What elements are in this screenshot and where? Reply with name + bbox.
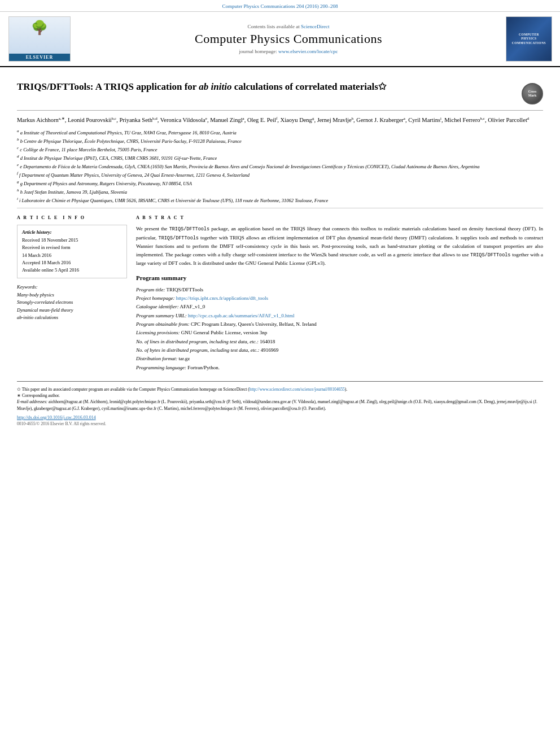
affiliation-g: g g Department of Physics and Astronomy,…	[17, 179, 543, 187]
elsevier-tree-icon: 🌳	[31, 20, 48, 36]
article-body: TRIQS/DFTTools: A TRIQS application for …	[0, 67, 560, 432]
keywords-label: Keywords:	[17, 284, 127, 290]
star-footnote: ✩ This paper and its associated computer…	[17, 386, 543, 392]
article-title-section: TRIQS/DFTTools: A TRIQS application for …	[17, 73, 543, 111]
prog-obtainable-line: Program obtainable from: CPC Program Lib…	[136, 320, 543, 329]
sciencedirect-link[interactable]: ScienceDirect	[301, 24, 329, 29]
affiliation-f: f f Department of Quantum Matter Physics…	[17, 171, 543, 179]
keyword-4: ab-initio calculations	[17, 314, 127, 321]
prog-homepage-line: Project homepage: https://triqs.ipht.cnr…	[136, 294, 543, 303]
program-summary-url-link[interactable]: http://cpc.cs.qub.ac.uk/summaries/AFAF_v…	[188, 313, 295, 318]
affiliation-e: e e Departamento de Física de la Materia…	[17, 162, 543, 171]
elsevier-logo: 🌳 ELSEVIER	[8, 16, 71, 62]
accepted-line: Accepted 18 March 2016	[22, 259, 122, 267]
affiliation-a: a a Institute of Theoretical and Computa…	[17, 128, 543, 137]
journal-homepage: journal homepage: www.elsevier.com/locat…	[239, 49, 338, 54]
title-star: ✩	[378, 81, 386, 92]
keyword-3: Dynamical mean-field theory	[17, 307, 127, 314]
program-summary-title: Program summary	[136, 274, 543, 281]
corresp-footnote: ∗ Corresponding author.	[17, 392, 543, 399]
received-revised-label: Received in revised form	[22, 244, 122, 251]
email-footnote: E-mail addresses: aichhorn@tugraz.at (M.…	[17, 399, 543, 412]
revised-date: 14 March 2016	[22, 252, 122, 259]
project-homepage-link[interactable]: https://triqs.ipht.cnrs.fr/applications/…	[176, 295, 268, 301]
cpc-logo-text: COMPUTERPHYSICSCOMMUNICATIONS	[512, 33, 546, 45]
article-info-header: A R T I C L E I N F O	[17, 215, 127, 220]
right-column: A B S T R A C T We present the TRIQS/DFT…	[136, 215, 543, 372]
journal-citation-text: Computer Physics Communications 204 (201…	[222, 3, 338, 9]
abstract-text: We present the TRIQS/DFTTools package, a…	[136, 225, 543, 268]
prog-bytes-count: No. of bytes in distributed program, inc…	[136, 346, 543, 355]
title-italic: ab initio	[199, 81, 231, 92]
keyword-2: Strongly-correlated electrons	[17, 299, 127, 306]
elsevier-label: ELSEVIER	[9, 54, 70, 61]
journal-homepage-link[interactable]: www.elsevier.com/locate/cpc	[278, 49, 338, 54]
doi-link[interactable]: http://dx.doi.org/10.1016/j.cpc.2016.03.…	[17, 415, 543, 420]
article-history-label: Article history:	[22, 229, 122, 235]
article-title-container: TRIQS/DFTTools: A TRIQS application for …	[17, 81, 516, 94]
authors-list: Markus Aichhorna,∗, Leonid Pourovskiib,c…	[17, 115, 543, 125]
journal-citation: Computer Physics Communications 204 (201…	[0, 0, 560, 12]
journal-header: 🌳 ELSEVIER Contents lists available at S…	[0, 12, 560, 67]
sciencedirect-paper-link[interactable]: http://www.sciencedirect.com/science/jou…	[250, 387, 345, 392]
title-part2: calculations of correlated materials	[231, 81, 378, 92]
copyright-text: 0010-4655/© 2016 Elsevier B.V. All right…	[17, 421, 543, 426]
affiliation-h: h h Jozef Stefan Institute, Jamova 39, L…	[17, 187, 543, 196]
article-history-box: Article history: Received 18 November 20…	[17, 225, 127, 278]
elsevier-logo-container: 🌳 ELSEVIER	[6, 16, 73, 62]
left-column: A R T I C L E I N F O Article history: R…	[17, 215, 127, 372]
crossmark-icon: CrossMark	[522, 83, 543, 104]
program-summary: Program summary Program title: TRIQS/DFT…	[136, 274, 543, 372]
affiliation-i: i i Laboratoire de Chimie et Physique Qu…	[17, 196, 543, 204]
prog-distribution-format: Distribution format: tar.gz	[136, 355, 543, 363]
prog-summary-url-line: Program summary URL: http://cpc.cs.qub.a…	[136, 312, 543, 320]
title-part1: TRIQS/DFTTools: A TRIQS application for	[17, 81, 199, 92]
received-line: Received 18 November 2015	[22, 237, 122, 244]
journal-title: Computer Physics Communications	[195, 32, 382, 46]
cpc-logo: COMPUTERPHYSICSCOMMUNICATIONS	[506, 16, 552, 62]
prog-licensing-line: Licensing provisions: GNU General Public…	[136, 329, 543, 337]
available-line: Available online 5 April 2016	[22, 267, 122, 274]
article-title: TRIQS/DFTTools: A TRIQS application for …	[17, 81, 516, 94]
contents-link: Contents lists available at ScienceDirec…	[248, 24, 330, 29]
keywords-box: Keywords: Many-body physics Strongly-cor…	[17, 284, 127, 321]
prog-lines-count: No. of lines in distributed program, inc…	[136, 338, 543, 346]
affiliation-d: d d Institut de Physique Théorique (IPhT…	[17, 154, 543, 162]
two-column-layout: A R T I C L E I N F O Article history: R…	[17, 208, 543, 372]
cpc-logo-container: COMPUTERPHYSICSCOMMUNICATIONS	[504, 16, 554, 62]
abstract-header: A B S T R A C T	[136, 215, 543, 220]
prog-title-line: Program title: TRIQS/DFTTools	[136, 286, 543, 294]
prog-language: Programming language: Fortran/Python.	[136, 364, 543, 372]
keyword-1: Many-body physics	[17, 291, 127, 299]
affiliation-c: c c Collège de France, 11 place Marcelin…	[17, 145, 543, 154]
crossmark-badge: CrossMark	[522, 83, 543, 104]
affiliation-b: b b Centre de Physique Théorique, École …	[17, 137, 543, 145]
affiliations-list: a a Institute of Theoretical and Computa…	[17, 128, 543, 204]
footnote-section: ✩ This paper and its associated computer…	[17, 381, 543, 426]
journal-header-center: Contents lists available at ScienceDirec…	[79, 16, 498, 62]
prog-catalogue-line: Catalogue identifier: AFAF_v1_0	[136, 303, 543, 311]
authors-text: Markus Aichhorna,∗, Leonid Pourovskiib,c…	[17, 117, 529, 123]
authors-section: Markus Aichhorna,∗, Leonid Pourovskiib,c…	[17, 111, 543, 208]
